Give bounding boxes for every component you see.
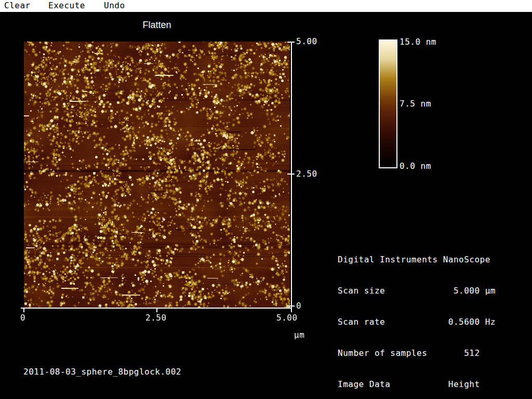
bottom-axis-label-mid: 2.50 xyxy=(145,314,167,322)
right-axis-label-top: 5.00 xyxy=(296,37,317,46)
parameter-line-image-data: Image Data Height xyxy=(338,379,496,390)
afm-image xyxy=(24,42,290,308)
color-scale-bar xyxy=(379,39,397,168)
scan-parameters-panel: Digital Instruments NanoScope Scan size … xyxy=(338,234,496,399)
right-axis-tick-top xyxy=(287,42,295,43)
color-scale-label-mid: 7.5 nm xyxy=(400,100,431,108)
filename-label: 2011-08-03_sphere_8bpglock.002 xyxy=(23,368,181,376)
menu-bar: Clear Execute Undo xyxy=(0,0,532,12)
right-axis-line xyxy=(291,42,292,312)
menu-item-undo[interactable]: Undo xyxy=(104,2,125,10)
color-scale-label-max: 15.0 nm xyxy=(400,38,436,46)
bottom-axis-tick-left xyxy=(23,309,24,312)
right-axis-tick-mid xyxy=(287,174,295,175)
menu-item-clear[interactable]: Clear xyxy=(4,2,31,10)
nanoscope-window: Clear Execute Undo Flatten 5.00 2.50 0 0… xyxy=(0,0,532,399)
bottom-axis-tick-mid xyxy=(156,309,157,312)
bottom-axis-label-left: 0 xyxy=(20,314,25,322)
right-axis-label-mid: 2.50 xyxy=(296,170,317,178)
axis-unit-label: µm xyxy=(294,331,304,339)
menu-item-execute[interactable]: Execute xyxy=(48,2,85,10)
right-axis-label-bottom: 0 xyxy=(296,302,301,310)
bottom-axis-label-right: 5.00 xyxy=(276,314,298,322)
parameter-line-header: Digital Instruments NanoScope xyxy=(338,255,496,265)
parameter-line-samples: Number of samples 512 xyxy=(338,348,496,358)
page-title: Flatten xyxy=(24,20,290,31)
parameter-line-scan-size: Scan size 5.000 µm xyxy=(338,286,496,296)
right-axis-tick-bottom xyxy=(287,305,295,307)
parameter-line-scan-rate: Scan rate 0.5600 Hz xyxy=(338,317,496,327)
color-scale-label-min: 0.0 nm xyxy=(400,162,431,170)
